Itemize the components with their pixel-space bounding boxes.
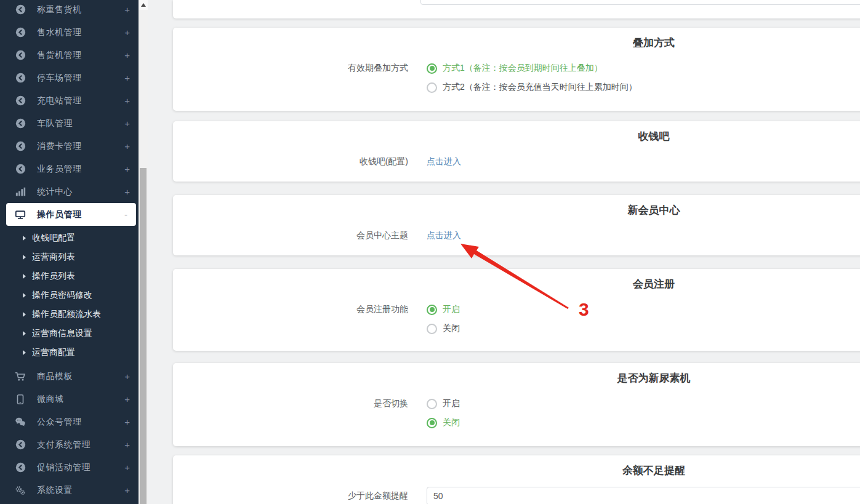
sidebar-item-fleet[interactable]: 车队管理 + bbox=[0, 112, 139, 135]
sidebar-item-label: 停车场管理 bbox=[37, 73, 82, 84]
sidebar-subitem-operator-list[interactable]: 操作员列表 bbox=[0, 266, 139, 286]
radio-mode1[interactable] bbox=[427, 63, 437, 74]
enter-link[interactable]: 点击进入 bbox=[427, 156, 461, 167]
sidebar-item-micro-mall[interactable]: 微商城 + bbox=[0, 388, 139, 410]
partial-text-input[interactable] bbox=[420, 0, 860, 5]
expand-plus-icon[interactable]: + bbox=[124, 417, 130, 427]
sidebar-subitem-operator-list-co[interactable]: 运营商列表 bbox=[0, 247, 139, 266]
collapse-minus-icon[interactable]: - bbox=[124, 209, 127, 220]
sidebar-subitem-operator-info[interactable]: 运营商信息设置 bbox=[0, 324, 139, 343]
radio-disable[interactable] bbox=[427, 418, 437, 428]
expand-plus-icon[interactable]: + bbox=[124, 485, 130, 495]
field-label: 会员中心主题 bbox=[173, 230, 408, 241]
cart-icon bbox=[15, 371, 26, 382]
expand-plus-icon[interactable]: + bbox=[124, 50, 130, 60]
chevron-circle-left-icon bbox=[15, 50, 26, 61]
annotation-number: 3 bbox=[579, 299, 589, 320]
scrollbar-thumb[interactable] bbox=[140, 168, 147, 504]
settings-content: 叠加方式 有效期叠加方式 方式1（备注：按会员到期时间往上叠加） 方式2（备注：… bbox=[148, 0, 860, 504]
tablet-icon bbox=[15, 394, 26, 405]
chevron-circle-left-icon bbox=[15, 73, 26, 84]
caret-right-icon bbox=[23, 293, 26, 298]
sidebar-item-label: 消费卡管理 bbox=[37, 141, 82, 152]
sidebar-item-label: 售水机管理 bbox=[37, 27, 82, 38]
sidebar-item-label: 支付系统管理 bbox=[37, 439, 90, 450]
expand-plus-icon[interactable]: + bbox=[124, 118, 130, 129]
radio-disable[interactable] bbox=[427, 324, 437, 334]
sidebar-item-promotion[interactable]: 促销活动管理 + bbox=[0, 456, 139, 479]
operator-management-submenu: 收钱吧配置 运营商列表 操作员列表 操作员密码修改 操作员配额流水表 运营商信息… bbox=[0, 226, 139, 362]
sidebar-item-parking[interactable]: 停车场管理 + bbox=[0, 66, 139, 89]
sidebar-item-label: 微商城 bbox=[37, 394, 64, 405]
vertical-scrollbar[interactable] bbox=[139, 0, 148, 504]
gears-icon bbox=[15, 485, 26, 496]
sidebar-item-product-template[interactable]: 商品模板 + bbox=[0, 365, 139, 388]
sidebar-item-consumption-card[interactable]: 消费卡管理 + bbox=[0, 135, 139, 158]
radio-label[interactable]: 开启 bbox=[443, 304, 460, 315]
chevron-circle-left-icon bbox=[15, 27, 26, 38]
radio-label[interactable]: 方式2（备注：按会员充值当天时间往上累加时间） bbox=[443, 82, 637, 93]
caret-right-icon bbox=[23, 331, 26, 336]
expand-plus-icon[interactable]: + bbox=[124, 4, 130, 15]
sidebar-item-label: 称重售货机 bbox=[37, 4, 82, 15]
subitem-label: 操作员密码修改 bbox=[32, 290, 92, 301]
expand-plus-icon[interactable]: + bbox=[124, 95, 130, 106]
card-shouqianba: 收钱吧 收钱吧(配置) 点击进入 bbox=[173, 121, 860, 182]
alert-amount-input[interactable] bbox=[427, 487, 860, 504]
sidebar-item-weighing-vending[interactable]: 称重售货机 + bbox=[0, 0, 139, 21]
expand-plus-icon[interactable]: + bbox=[124, 394, 130, 404]
sidebar-item-vending-machine[interactable]: 售货机管理 + bbox=[0, 44, 139, 66]
card-partial-top bbox=[173, 0, 860, 18]
sidebar-item-charging-station[interactable]: 充电站管理 + bbox=[0, 89, 139, 112]
subitem-label: 操作员列表 bbox=[32, 271, 75, 282]
card-new-member-center: 新会员中心 会员中心主题 点击进入 bbox=[173, 195, 860, 255]
radio-mode2[interactable] bbox=[427, 82, 437, 93]
sidebar-item-label: 充电站管理 bbox=[37, 95, 82, 106]
expand-plus-icon[interactable]: + bbox=[124, 462, 130, 473]
card-title: 收钱吧 bbox=[173, 121, 860, 143]
chevron-circle-left-icon bbox=[15, 164, 26, 175]
sidebar-item-operator-management[interactable]: 操作员管理 - bbox=[6, 203, 136, 226]
sidebar-item-label: 操作员管理 bbox=[37, 209, 82, 220]
card-member-registration: 会员注册 会员注册功能 开启 关闭 bbox=[173, 269, 860, 351]
expand-plus-icon[interactable]: + bbox=[124, 186, 130, 197]
sidebar-item-label: 业务员管理 bbox=[37, 164, 82, 175]
sidebar-item-system-settings[interactable]: 系统设置 + bbox=[0, 479, 139, 502]
radio-label[interactable]: 关闭 bbox=[443, 323, 460, 334]
sidebar-subitem-operator-password[interactable]: 操作员密码修改 bbox=[0, 286, 139, 305]
desktop-icon bbox=[15, 209, 26, 220]
radio-label[interactable]: 开启 bbox=[443, 398, 460, 409]
sidebar-item-label: 系统设置 bbox=[37, 485, 73, 496]
chevron-circle-left-icon bbox=[15, 462, 26, 473]
sidebar-subitem-shouqianba-config[interactable]: 收钱吧配置 bbox=[0, 228, 139, 247]
subitem-label: 收钱吧配置 bbox=[32, 233, 75, 244]
sidebar-item-label: 商品模板 bbox=[37, 371, 73, 382]
field-label: 会员注册功能 bbox=[173, 304, 408, 315]
sidebar-item-label: 促销活动管理 bbox=[37, 462, 90, 473]
subitem-label: 运营商列表 bbox=[32, 252, 75, 263]
scroll-up-button[interactable] bbox=[139, 0, 148, 10]
radio-label[interactable]: 关闭 bbox=[443, 417, 460, 428]
expand-plus-icon[interactable]: + bbox=[124, 27, 130, 38]
expand-plus-icon[interactable]: + bbox=[124, 371, 130, 382]
subitem-label: 操作员配额流水表 bbox=[32, 309, 101, 320]
sidebar-item-statistics[interactable]: 统计中心 + bbox=[0, 180, 139, 203]
sidebar-subitem-quota-flow[interactable]: 操作员配额流水表 bbox=[0, 305, 139, 324]
expand-plus-icon[interactable]: + bbox=[124, 73, 130, 83]
expand-plus-icon[interactable]: + bbox=[124, 439, 130, 450]
radio-label[interactable]: 方式1（备注：按会员到期时间往上叠加） bbox=[443, 63, 603, 74]
sidebar-item-official-account[interactable]: 公众号管理 + bbox=[0, 410, 139, 433]
field-label: 收钱吧(配置) bbox=[173, 156, 408, 167]
sidebar-item-payment-system[interactable]: 支付系统管理 + bbox=[0, 433, 139, 456]
expand-plus-icon[interactable]: + bbox=[124, 141, 130, 151]
radio-enable[interactable] bbox=[427, 399, 437, 409]
chevron-circle-left-icon bbox=[15, 439, 26, 450]
sidebar: 称重售货机 + 售水机管理 + 售货机管理 + 停车场管理 + bbox=[0, 0, 139, 504]
enter-link[interactable]: 点击进入 bbox=[427, 230, 461, 241]
sidebar-item-salesman[interactable]: 业务员管理 + bbox=[0, 158, 139, 180]
caret-right-icon bbox=[23, 255, 26, 260]
expand-plus-icon[interactable]: + bbox=[124, 164, 130, 174]
sidebar-subitem-operator-config[interactable]: 运营商配置 bbox=[0, 343, 139, 362]
radio-enable[interactable] bbox=[427, 305, 437, 315]
sidebar-item-water-vending[interactable]: 售水机管理 + bbox=[0, 21, 139, 44]
